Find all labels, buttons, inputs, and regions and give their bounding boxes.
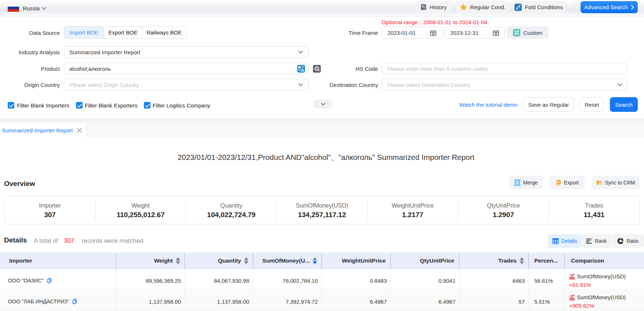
svg-text:A: A <box>301 68 304 73</box>
